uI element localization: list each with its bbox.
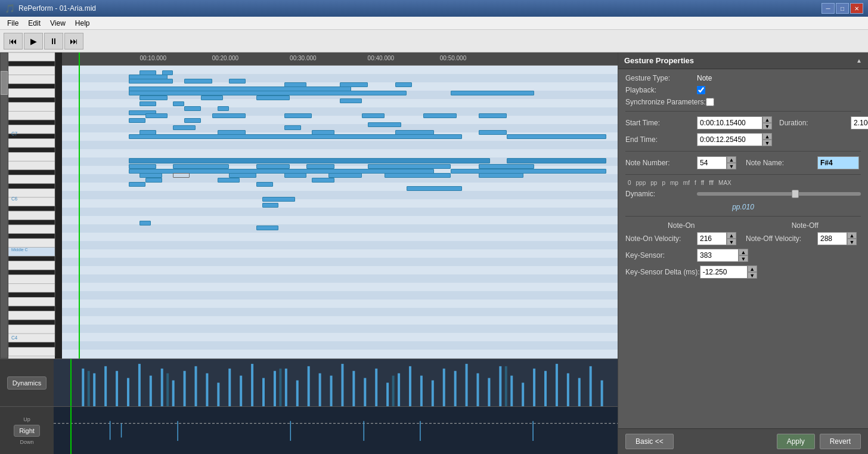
- note-bar[interactable]: [140, 95, 168, 100]
- note-bar[interactable]: [312, 178, 334, 183]
- note-bar[interactable]: [201, 95, 223, 100]
- note-bar[interactable]: [129, 118, 145, 123]
- dynamic-slider-track[interactable]: [697, 192, 861, 196]
- note-bar[interactable]: [385, 173, 451, 178]
- playback-checkbox[interactable]: [697, 86, 705, 94]
- maximize-button[interactable]: □: [836, 3, 849, 14]
- note-bar[interactable]: [145, 178, 162, 183]
- note-bar[interactable]: [284, 125, 301, 130]
- note-bar[interactable]: [328, 173, 362, 178]
- note-bar[interactable]: [479, 173, 523, 178]
- start-time-input[interactable]: [697, 116, 762, 129]
- note-bar[interactable]: [395, 82, 412, 87]
- menu-help[interactable]: Help: [70, 18, 95, 29]
- close-button[interactable]: ✕: [850, 3, 863, 14]
- note-off-vel-up[interactable]: ▲: [847, 232, 857, 239]
- revert-button[interactable]: Revert: [820, 434, 861, 449]
- note-name-input[interactable]: [817, 156, 859, 169]
- note-bar[interactable]: [423, 113, 457, 118]
- gesture-header-collapse[interactable]: ▲: [856, 57, 862, 64]
- note-bar[interactable]: [362, 113, 384, 118]
- note-bar[interactable]: [507, 158, 607, 163]
- key-sensor-up[interactable]: ▲: [739, 249, 748, 255]
- note-bar[interactable]: [368, 122, 401, 127]
- note-bar[interactable]: [451, 169, 606, 174]
- note-bar[interactable]: [479, 113, 507, 118]
- note-off-vel-down[interactable]: ▼: [847, 239, 857, 245]
- key-sensor-delta-up[interactable]: ▲: [748, 265, 757, 272]
- note-bar[interactable]: [507, 134, 607, 139]
- basic-button[interactable]: Basic <<: [625, 434, 674, 449]
- start-time-up[interactable]: ▲: [762, 116, 772, 123]
- note-bar[interactable]: [451, 91, 534, 95]
- note-number-input[interactable]: [697, 156, 727, 169]
- note-bar[interactable]: [184, 79, 212, 84]
- note-bar[interactable]: [218, 106, 229, 111]
- dynamics-content[interactable]: [54, 359, 618, 406]
- scroll-thumb[interactable]: [1, 71, 8, 95]
- note-bar[interactable]: [229, 173, 257, 178]
- dynamics-button[interactable]: Dynamics: [7, 376, 46, 390]
- note-bar[interactable]: [129, 182, 145, 187]
- note-bar[interactable]: [368, 164, 451, 169]
- vertical-scrollbar[interactable]: [0, 52, 8, 359]
- end-time-down[interactable]: ▼: [762, 140, 772, 146]
- fastforward-button[interactable]: ⏭: [64, 33, 83, 50]
- minimize-button[interactable]: ─: [822, 3, 835, 14]
- note-grid-wrapper[interactable]: 00:10.000 00:20.000 00:30.000 00:40.000 …: [62, 52, 618, 359]
- pause-button[interactable]: ⏸: [44, 33, 63, 50]
- note-on-vel-up[interactable]: ▲: [727, 232, 736, 239]
- note-number-down[interactable]: ▼: [727, 163, 736, 169]
- duration-input[interactable]: [851, 116, 868, 129]
- right-button[interactable]: Right: [14, 425, 40, 437]
- note-bar[interactable]: [173, 125, 195, 130]
- note-bar[interactable]: [129, 79, 173, 84]
- key-sensor-delta-input[interactable]: [700, 265, 748, 279]
- note-bar[interactable]: [184, 106, 201, 111]
- note-canvas[interactable]: [62, 66, 618, 359]
- note-on-vel-down[interactable]: ▼: [727, 239, 736, 245]
- note-bar[interactable]: [173, 101, 184, 106]
- note-bar[interactable]: [306, 164, 334, 169]
- note-bar[interactable]: [173, 173, 190, 178]
- note-bar[interactable]: [229, 79, 246, 84]
- note-bar[interactable]: [256, 164, 290, 169]
- note-bar[interactable]: [262, 197, 296, 202]
- note-bar[interactable]: [256, 182, 273, 187]
- note-bar[interactable]: [218, 178, 240, 183]
- note-bar[interactable]: [262, 203, 279, 208]
- note-bar[interactable]: [284, 173, 306, 178]
- rewind-button[interactable]: ⏮: [4, 33, 23, 50]
- note-bar[interactable]: [129, 134, 462, 139]
- menu-file[interactable]: File: [2, 18, 23, 29]
- note-on-vel-input[interactable]: [697, 232, 727, 245]
- note-bar[interactable]: [212, 113, 246, 118]
- note-number-up[interactable]: ▲: [727, 156, 736, 163]
- note-bar[interactable]: [407, 186, 462, 191]
- end-time-up[interactable]: ▲: [762, 133, 772, 140]
- key-sensor-delta-down[interactable]: ▼: [748, 272, 757, 279]
- note-bar[interactable]: [129, 158, 490, 163]
- note-bar[interactable]: [340, 98, 362, 103]
- key-sensor-input[interactable]: [697, 249, 739, 262]
- end-time-input[interactable]: [697, 133, 762, 146]
- note-bar[interactable]: [479, 164, 534, 169]
- apply-button[interactable]: Apply: [777, 434, 815, 449]
- note-bar[interactable]: [256, 226, 278, 230]
- note-bar[interactable]: [284, 113, 312, 118]
- note-bar[interactable]: [479, 130, 507, 135]
- note-off-vel-input[interactable]: [817, 232, 847, 245]
- note-bar[interactable]: [140, 173, 162, 178]
- note-bar[interactable]: [129, 91, 407, 95]
- start-time-down[interactable]: ▼: [762, 123, 772, 129]
- note-bar[interactable]: [256, 95, 290, 100]
- note-bar[interactable]: [140, 221, 151, 226]
- menu-view[interactable]: View: [45, 18, 70, 29]
- play-button[interactable]: ▶: [24, 33, 43, 50]
- note-bar[interactable]: [173, 164, 228, 169]
- key-sensor-down[interactable]: ▼: [739, 255, 748, 262]
- note-bar[interactable]: [145, 113, 168, 118]
- dynamic-slider-thumb[interactable]: [792, 190, 799, 198]
- menu-edit[interactable]: Edit: [23, 18, 45, 29]
- sync-checkbox[interactable]: [706, 98, 714, 106]
